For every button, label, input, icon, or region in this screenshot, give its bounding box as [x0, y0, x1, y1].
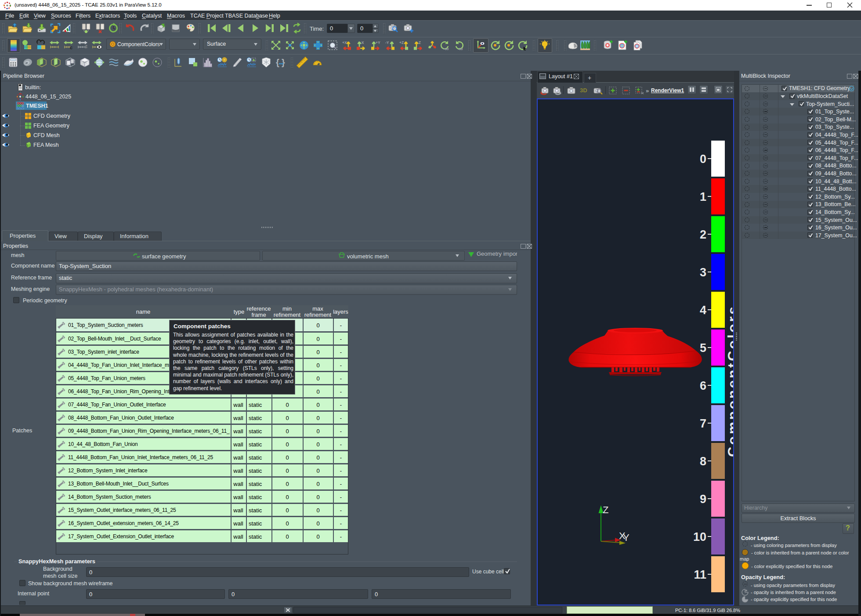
svg-text:-X: -X [360, 40, 364, 45]
svg-text:{: { [276, 58, 279, 67]
svg-text:}: } [282, 58, 285, 67]
svg-text:-Z: -Z [417, 40, 421, 45]
svg-text:+X: +X [342, 40, 347, 45]
svg-text:Z: Z [603, 504, 608, 515]
svg-text:-90: -90 [458, 47, 463, 51]
svg-text:+Z: +Z [399, 40, 404, 45]
svg-text:+Y: +Y [376, 40, 380, 45]
svg-text:-Y: -Y [385, 40, 389, 45]
svg-text:Y: Y [623, 532, 629, 543]
svg-text:+90: +90 [443, 47, 449, 51]
svg-text:c: c [70, 45, 72, 50]
